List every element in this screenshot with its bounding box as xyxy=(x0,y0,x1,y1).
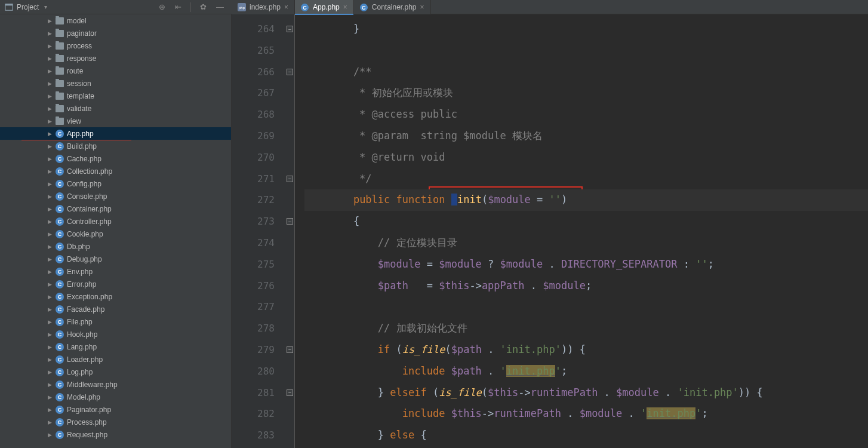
tree-item-Facade-php[interactable]: ▶CFacade.php xyxy=(0,303,231,315)
tree-item-paginator[interactable]: ▶paginator xyxy=(0,27,231,39)
tree-item-Process-php[interactable]: ▶CProcess.php xyxy=(0,416,231,428)
code-line[interactable]: $module = $module ? $module . DIRECTORY_… xyxy=(304,254,868,275)
expand-arrow-icon[interactable]: ▶ xyxy=(47,294,53,300)
tree-item-Request-php[interactable]: ▶CRequest.php xyxy=(0,428,231,441)
expand-arrow-icon[interactable]: ▶ xyxy=(47,143,53,149)
expand-arrow-icon[interactable]: ▶ xyxy=(47,357,53,363)
expand-arrow-icon[interactable]: ▶ xyxy=(47,382,53,388)
expand-arrow-icon[interactable]: ▶ xyxy=(47,156,53,162)
tree-item-Build-php[interactable]: ▶CBuild.php xyxy=(0,140,231,152)
expand-arrow-icon[interactable]: ▶ xyxy=(47,181,53,187)
tree-item-Exception-php[interactable]: ▶CException.php xyxy=(0,290,231,303)
expand-arrow-icon[interactable]: ▶ xyxy=(47,219,53,225)
close-tab-icon[interactable]: × xyxy=(420,3,424,11)
expand-arrow-icon[interactable]: ▶ xyxy=(47,68,53,74)
expand-arrow-icon[interactable]: ▶ xyxy=(47,306,53,312)
tree-item-Paginator-php[interactable]: ▶CPaginator.php xyxy=(0,403,231,416)
tree-item-route[interactable]: ▶route xyxy=(0,65,231,77)
close-tab-icon[interactable]: × xyxy=(284,3,288,11)
expand-arrow-icon[interactable]: ▶ xyxy=(47,319,53,325)
code-line[interactable]: /** xyxy=(304,62,868,83)
tab-Container-php[interactable]: CContainer.php× xyxy=(354,0,431,14)
tree-item-Collection-php[interactable]: ▶CCollection.php xyxy=(0,165,231,177)
expand-arrow-icon[interactable]: ▶ xyxy=(47,419,53,425)
tree-item-process[interactable]: ▶process xyxy=(0,39,231,52)
expand-arrow-icon[interactable]: ▶ xyxy=(47,93,53,99)
expand-arrow-icon[interactable]: ▶ xyxy=(47,407,53,413)
expand-arrow-icon[interactable]: ▶ xyxy=(47,194,53,200)
expand-arrow-icon[interactable]: ▶ xyxy=(47,244,53,250)
expand-arrow-icon[interactable]: ▶ xyxy=(47,106,53,112)
tree-item-Console-php[interactable]: ▶CConsole.php xyxy=(0,190,231,202)
project-tree[interactable]: ▶model▶paginator▶process▶response▶route▶… xyxy=(0,14,232,448)
tree-item-App-php[interactable]: ▶CApp.php xyxy=(0,127,231,140)
tree-item-Config-php[interactable]: ▶CConfig.php xyxy=(0,177,231,190)
tree-item-Loader-php[interactable]: ▶CLoader.php xyxy=(0,353,231,366)
expand-arrow-icon[interactable]: ▶ xyxy=(47,43,53,49)
close-tab-icon[interactable]: × xyxy=(343,3,347,11)
fold-marker-icon[interactable]: − xyxy=(287,346,293,353)
tree-item-Container-php[interactable]: ▶CContainer.php xyxy=(0,202,231,215)
tree-item-Middleware-php[interactable]: ▶CMiddleware.php xyxy=(0,378,231,391)
tab-index-php[interactable]: phpindex.php× xyxy=(232,0,295,14)
expand-arrow-icon[interactable]: ▶ xyxy=(47,56,53,62)
fold-marker-icon[interactable]: − xyxy=(287,26,293,32)
fold-marker-icon[interactable]: − xyxy=(287,69,293,75)
fold-marker-icon[interactable]: − xyxy=(287,218,293,225)
tree-item-template[interactable]: ▶template xyxy=(0,90,231,102)
tree-item-Env-php[interactable]: ▶CEnv.php xyxy=(0,265,231,278)
tree-item-Model-php[interactable]: ▶CModel.php xyxy=(0,391,231,403)
editor[interactable]: 2642652662672682692702712722732742752762… xyxy=(232,14,868,448)
expand-arrow-icon[interactable]: ▶ xyxy=(47,269,53,275)
expand-arrow-icon[interactable]: ▶ xyxy=(47,206,53,212)
tree-item-Db-php[interactable]: ▶CDb.php xyxy=(0,240,231,253)
code-line[interactable] xyxy=(304,296,868,318)
tree-item-Cookie-php[interactable]: ▶CCookie.php xyxy=(0,228,231,240)
locate-icon[interactable]: ⊕ xyxy=(156,2,168,11)
tree-item-session[interactable]: ▶session xyxy=(0,77,231,90)
fold-marker-icon[interactable]: − xyxy=(287,176,293,182)
collapse-all-icon[interactable]: ⇤ xyxy=(172,2,184,11)
code-line[interactable]: include $this->runtimePath . $module . '… xyxy=(304,403,868,425)
expand-arrow-icon[interactable]: ▶ xyxy=(47,344,53,350)
expand-arrow-icon[interactable]: ▶ xyxy=(47,81,53,87)
tree-item-File-php[interactable]: ▶CFile.php xyxy=(0,315,231,328)
expand-arrow-icon[interactable]: ▶ xyxy=(47,394,53,400)
hide-icon[interactable]: — xyxy=(213,2,227,11)
tab-App-php[interactable]: CApp.php× xyxy=(295,0,354,14)
project-dropdown-icon[interactable]: ▾ xyxy=(44,4,47,10)
tree-item-Error-php[interactable]: ▶CError.php xyxy=(0,278,231,290)
code-line[interactable]: include $path . 'init.php'; xyxy=(304,361,868,382)
code-line[interactable]: } xyxy=(304,19,868,40)
code-line[interactable]: public function init($module = '') xyxy=(304,189,868,211)
tree-item-view[interactable]: ▶view xyxy=(0,115,231,127)
tree-item-Log-php[interactable]: ▶CLog.php xyxy=(0,366,231,378)
tree-item-Lang-php[interactable]: ▶CLang.php xyxy=(0,340,231,353)
fold-marker-icon[interactable]: − xyxy=(287,389,293,396)
expand-arrow-icon[interactable]: ▶ xyxy=(47,231,53,237)
tree-item-Cache-php[interactable]: ▶CCache.php xyxy=(0,152,231,165)
expand-arrow-icon[interactable]: ▶ xyxy=(47,432,53,438)
tree-item-Hook-php[interactable]: ▶CHook.php xyxy=(0,328,231,340)
code-line[interactable]: * @return void xyxy=(304,147,868,168)
expand-arrow-icon[interactable]: ▶ xyxy=(47,168,53,174)
code-line[interactable]: * @access public xyxy=(304,104,868,125)
expand-arrow-icon[interactable]: ▶ xyxy=(47,30,53,36)
settings-icon[interactable]: ✿ xyxy=(197,2,210,11)
expand-arrow-icon[interactable]: ▶ xyxy=(47,118,53,124)
tree-item-Debug-php[interactable]: ▶CDebug.php xyxy=(0,253,231,265)
code-line[interactable] xyxy=(304,40,868,62)
code-line[interactable]: if (is_file($path . 'init.php')) { xyxy=(304,339,868,361)
expand-arrow-icon[interactable]: ▶ xyxy=(47,369,53,375)
code-area[interactable]: } /** * 初始化应用或模块 * @access public * @par… xyxy=(295,14,868,448)
code-line[interactable]: * @param string $module 模块名 xyxy=(304,125,868,147)
code-line[interactable]: } elseif (is_file($this->runtimePath . $… xyxy=(304,382,868,404)
code-line[interactable]: // 加载初始化文件 xyxy=(304,318,868,339)
tree-item-model[interactable]: ▶model xyxy=(0,14,231,27)
expand-arrow-icon[interactable]: ▶ xyxy=(47,18,53,24)
expand-arrow-icon[interactable]: ▶ xyxy=(47,281,53,287)
expand-arrow-icon[interactable]: ▶ xyxy=(47,332,53,337)
code-line[interactable]: } else { xyxy=(304,425,868,446)
code-line[interactable]: */ xyxy=(304,168,868,190)
expand-arrow-icon[interactable]: ▶ xyxy=(47,256,53,262)
